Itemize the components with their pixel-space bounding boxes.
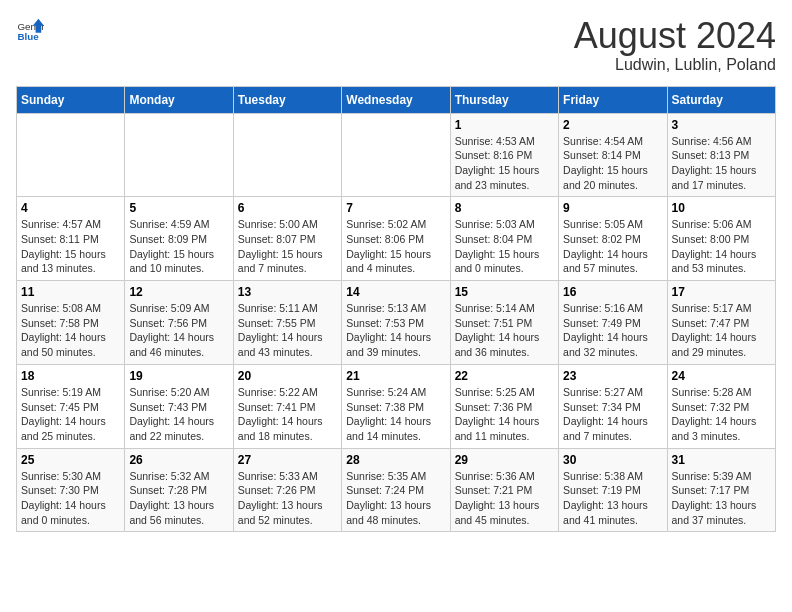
day-number: 8 (455, 201, 554, 215)
calendar-cell: 1Sunrise: 4:53 AM Sunset: 8:16 PM Daylig… (450, 113, 558, 197)
day-number: 11 (21, 285, 120, 299)
day-number: 4 (21, 201, 120, 215)
calendar-cell: 15Sunrise: 5:14 AM Sunset: 7:51 PM Dayli… (450, 281, 558, 365)
column-header-friday: Friday (559, 86, 667, 113)
day-number: 25 (21, 453, 120, 467)
calendar-cell (342, 113, 450, 197)
day-number: 6 (238, 201, 337, 215)
page-subtitle: Ludwin, Lublin, Poland (574, 56, 776, 74)
calendar-cell (17, 113, 125, 197)
day-info: Sunrise: 4:57 AM Sunset: 8:11 PM Dayligh… (21, 217, 120, 276)
day-info: Sunrise: 4:54 AM Sunset: 8:14 PM Dayligh… (563, 134, 662, 193)
calendar-week-1: 1Sunrise: 4:53 AM Sunset: 8:16 PM Daylig… (17, 113, 776, 197)
calendar-cell: 7Sunrise: 5:02 AM Sunset: 8:06 PM Daylig… (342, 197, 450, 281)
day-info: Sunrise: 4:56 AM Sunset: 8:13 PM Dayligh… (672, 134, 771, 193)
day-info: Sunrise: 4:59 AM Sunset: 8:09 PM Dayligh… (129, 217, 228, 276)
calendar-cell: 17Sunrise: 5:17 AM Sunset: 7:47 PM Dayli… (667, 281, 775, 365)
day-info: Sunrise: 5:19 AM Sunset: 7:45 PM Dayligh… (21, 385, 120, 444)
day-number: 19 (129, 369, 228, 383)
calendar-cell: 16Sunrise: 5:16 AM Sunset: 7:49 PM Dayli… (559, 281, 667, 365)
day-info: Sunrise: 5:25 AM Sunset: 7:36 PM Dayligh… (455, 385, 554, 444)
calendar-cell (233, 113, 341, 197)
column-header-thursday: Thursday (450, 86, 558, 113)
day-number: 23 (563, 369, 662, 383)
calendar-cell: 19Sunrise: 5:20 AM Sunset: 7:43 PM Dayli… (125, 364, 233, 448)
calendar-cell: 30Sunrise: 5:38 AM Sunset: 7:19 PM Dayli… (559, 448, 667, 532)
calendar-week-4: 18Sunrise: 5:19 AM Sunset: 7:45 PM Dayli… (17, 364, 776, 448)
day-info: Sunrise: 5:14 AM Sunset: 7:51 PM Dayligh… (455, 301, 554, 360)
day-info: Sunrise: 5:13 AM Sunset: 7:53 PM Dayligh… (346, 301, 445, 360)
day-number: 12 (129, 285, 228, 299)
day-info: Sunrise: 5:06 AM Sunset: 8:00 PM Dayligh… (672, 217, 771, 276)
page-title: August 2024 (574, 16, 776, 56)
day-info: Sunrise: 5:36 AM Sunset: 7:21 PM Dayligh… (455, 469, 554, 528)
day-info: Sunrise: 4:53 AM Sunset: 8:16 PM Dayligh… (455, 134, 554, 193)
day-info: Sunrise: 5:30 AM Sunset: 7:30 PM Dayligh… (21, 469, 120, 528)
day-number: 29 (455, 453, 554, 467)
day-number: 21 (346, 369, 445, 383)
calendar-cell: 9Sunrise: 5:05 AM Sunset: 8:02 PM Daylig… (559, 197, 667, 281)
column-header-sunday: Sunday (17, 86, 125, 113)
day-number: 5 (129, 201, 228, 215)
calendar-cell: 8Sunrise: 5:03 AM Sunset: 8:04 PM Daylig… (450, 197, 558, 281)
calendar-cell: 2Sunrise: 4:54 AM Sunset: 8:14 PM Daylig… (559, 113, 667, 197)
day-info: Sunrise: 5:28 AM Sunset: 7:32 PM Dayligh… (672, 385, 771, 444)
column-header-tuesday: Tuesday (233, 86, 341, 113)
day-number: 18 (21, 369, 120, 383)
logo: General Blue (16, 16, 44, 44)
day-info: Sunrise: 5:22 AM Sunset: 7:41 PM Dayligh… (238, 385, 337, 444)
calendar-cell: 26Sunrise: 5:32 AM Sunset: 7:28 PM Dayli… (125, 448, 233, 532)
column-header-wednesday: Wednesday (342, 86, 450, 113)
calendar-cell: 10Sunrise: 5:06 AM Sunset: 8:00 PM Dayli… (667, 197, 775, 281)
calendar-body: 1Sunrise: 4:53 AM Sunset: 8:16 PM Daylig… (17, 113, 776, 532)
day-info: Sunrise: 5:32 AM Sunset: 7:28 PM Dayligh… (129, 469, 228, 528)
column-header-monday: Monday (125, 86, 233, 113)
day-number: 3 (672, 118, 771, 132)
day-number: 27 (238, 453, 337, 467)
day-info: Sunrise: 5:16 AM Sunset: 7:49 PM Dayligh… (563, 301, 662, 360)
day-info: Sunrise: 5:11 AM Sunset: 7:55 PM Dayligh… (238, 301, 337, 360)
logo-icon: General Blue (16, 16, 44, 44)
day-number: 30 (563, 453, 662, 467)
day-info: Sunrise: 5:02 AM Sunset: 8:06 PM Dayligh… (346, 217, 445, 276)
calendar-week-5: 25Sunrise: 5:30 AM Sunset: 7:30 PM Dayli… (17, 448, 776, 532)
day-info: Sunrise: 5:09 AM Sunset: 7:56 PM Dayligh… (129, 301, 228, 360)
day-info: Sunrise: 5:38 AM Sunset: 7:19 PM Dayligh… (563, 469, 662, 528)
calendar-cell: 25Sunrise: 5:30 AM Sunset: 7:30 PM Dayli… (17, 448, 125, 532)
calendar-cell: 3Sunrise: 4:56 AM Sunset: 8:13 PM Daylig… (667, 113, 775, 197)
calendar-cell: 22Sunrise: 5:25 AM Sunset: 7:36 PM Dayli… (450, 364, 558, 448)
day-number: 2 (563, 118, 662, 132)
day-number: 22 (455, 369, 554, 383)
calendar-header-row: SundayMondayTuesdayWednesdayThursdayFrid… (17, 86, 776, 113)
day-info: Sunrise: 5:33 AM Sunset: 7:26 PM Dayligh… (238, 469, 337, 528)
day-info: Sunrise: 5:00 AM Sunset: 8:07 PM Dayligh… (238, 217, 337, 276)
calendar-cell: 13Sunrise: 5:11 AM Sunset: 7:55 PM Dayli… (233, 281, 341, 365)
calendar-cell: 23Sunrise: 5:27 AM Sunset: 7:34 PM Dayli… (559, 364, 667, 448)
calendar-cell: 28Sunrise: 5:35 AM Sunset: 7:24 PM Dayli… (342, 448, 450, 532)
day-number: 28 (346, 453, 445, 467)
day-info: Sunrise: 5:27 AM Sunset: 7:34 PM Dayligh… (563, 385, 662, 444)
day-number: 13 (238, 285, 337, 299)
day-number: 26 (129, 453, 228, 467)
day-info: Sunrise: 5:08 AM Sunset: 7:58 PM Dayligh… (21, 301, 120, 360)
calendar-cell: 29Sunrise: 5:36 AM Sunset: 7:21 PM Dayli… (450, 448, 558, 532)
day-info: Sunrise: 5:05 AM Sunset: 8:02 PM Dayligh… (563, 217, 662, 276)
calendar-cell: 27Sunrise: 5:33 AM Sunset: 7:26 PM Dayli… (233, 448, 341, 532)
day-info: Sunrise: 5:17 AM Sunset: 7:47 PM Dayligh… (672, 301, 771, 360)
calendar-week-2: 4Sunrise: 4:57 AM Sunset: 8:11 PM Daylig… (17, 197, 776, 281)
day-number: 16 (563, 285, 662, 299)
day-info: Sunrise: 5:20 AM Sunset: 7:43 PM Dayligh… (129, 385, 228, 444)
day-info: Sunrise: 5:35 AM Sunset: 7:24 PM Dayligh… (346, 469, 445, 528)
day-number: 17 (672, 285, 771, 299)
day-number: 10 (672, 201, 771, 215)
day-info: Sunrise: 5:03 AM Sunset: 8:04 PM Dayligh… (455, 217, 554, 276)
calendar-week-3: 11Sunrise: 5:08 AM Sunset: 7:58 PM Dayli… (17, 281, 776, 365)
calendar-cell: 31Sunrise: 5:39 AM Sunset: 7:17 PM Dayli… (667, 448, 775, 532)
day-number: 7 (346, 201, 445, 215)
calendar-cell: 18Sunrise: 5:19 AM Sunset: 7:45 PM Dayli… (17, 364, 125, 448)
calendar-cell: 12Sunrise: 5:09 AM Sunset: 7:56 PM Dayli… (125, 281, 233, 365)
calendar-cell (125, 113, 233, 197)
calendar-cell: 4Sunrise: 4:57 AM Sunset: 8:11 PM Daylig… (17, 197, 125, 281)
day-number: 1 (455, 118, 554, 132)
day-number: 31 (672, 453, 771, 467)
